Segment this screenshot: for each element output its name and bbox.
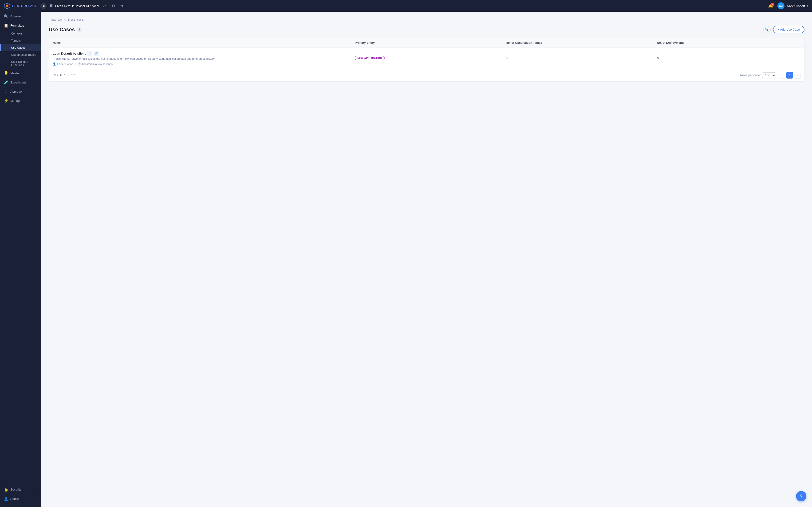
ideate-chevron-icon: › — [37, 72, 38, 75]
security-label: Security — [10, 488, 21, 491]
page-title-row: Use Cases ? — [49, 26, 82, 33]
row-name: Loan Default by client ⧉ 🔗 — [53, 51, 99, 56]
created-time: Created in a few seconds — [82, 63, 113, 65]
featurebyte-logo-icon — [4, 3, 10, 9]
meta-created: 🕐 Created in a few seconds — [78, 62, 113, 66]
sidebar-item-observation-tables[interactable]: Observation Tables — [0, 51, 41, 58]
prev-page-button[interactable]: ‹ — [779, 72, 786, 78]
author-name: Xavier Conort — [57, 63, 73, 65]
col-header-name: Name — [49, 38, 351, 47]
search-button[interactable]: 🔍 — [763, 26, 771, 34]
table-header-row: Name Primary Entity No. of Observation T… — [49, 38, 804, 48]
header-actions: 🔍 + Add Use Case — [763, 25, 805, 34]
sidebar-item-formulate[interactable]: 📋 Formulate ∨ — [0, 21, 41, 30]
manage-chevron-icon: › — [37, 100, 38, 102]
copy-id-button[interactable]: ⧉ — [87, 51, 92, 56]
collapse-sidebar-button[interactable]: ◀ — [41, 3, 47, 9]
sidebar-item-experiment[interactable]: 🧪 Experiment › — [0, 78, 41, 87]
security-chevron-icon: › — [37, 488, 38, 491]
ideate-icon: 💡 — [4, 71, 8, 75]
nav-dataset-title: Credit Default Dataset UI tutorial — [55, 4, 99, 8]
experiment-icon: 🧪 — [4, 80, 8, 84]
page-help-icon[interactable]: ? — [77, 27, 82, 32]
results-label: Results: 1 - 1 of 1 — [53, 74, 76, 77]
deployments-count: 0 — [657, 56, 659, 60]
user-avatar: XC — [777, 2, 785, 9]
meta-separator: | — [75, 63, 76, 65]
observation-tables-count: 0 — [506, 56, 508, 60]
header-right: 🔔 8 XC Xavier Conort ▾ — [767, 2, 808, 10]
share-button[interactable]: ⤢ — [101, 2, 108, 9]
row-meta: 👤 Xavier Conort | 🕐 Created in a few sec… — [53, 62, 113, 66]
formulate-icon: 📋 — [4, 23, 8, 28]
header-left: FEATUREBYTE ◀ 🖥 Credit Default Dataset U… — [4, 2, 126, 9]
experiment-chevron-icon: › — [37, 81, 38, 84]
ideate-label: Ideate — [10, 71, 19, 75]
sidebar-bottom: 🔒 Security › 👤 Admin › — [0, 485, 41, 503]
page-title: Use Cases — [49, 26, 75, 33]
logo-area[interactable]: FEATUREBYTE — [4, 3, 38, 9]
add-use-case-button[interactable]: + Add Use Case — [773, 25, 805, 34]
page-nav: ‹ 1 › — [779, 72, 801, 78]
explore-label: Explore — [10, 14, 21, 18]
next-page-button[interactable]: › — [794, 72, 801, 78]
copy-link-button[interactable]: 🔗 — [93, 51, 99, 56]
logo-text: FEATUREBYTE — [12, 4, 38, 8]
main-layout: 🔍 Explore › 📋 Formulate ∨ Contexts Targe… — [0, 12, 812, 507]
top-header: FEATUREBYTE ◀ 🖥 Credit Default Dataset U… — [0, 0, 812, 12]
security-icon: 🔒 — [4, 487, 8, 492]
admin-chevron-icon: › — [37, 497, 38, 500]
formulate-chevron-icon: ∨ — [36, 24, 38, 27]
td-deployments: 0 — [653, 51, 804, 66]
author-icon: 👤 — [53, 62, 56, 66]
meta-author: 👤 Xavier Conort — [53, 62, 73, 66]
experiment-label: Experiment — [10, 81, 26, 84]
sidebar: 🔍 Explore › 📋 Formulate ∨ Contexts Targe… — [0, 12, 41, 507]
rows-per-page-select[interactable]: 100 25 50 — [762, 72, 776, 78]
manage-label: Manage — [10, 99, 21, 103]
user-area[interactable]: XC Xavier Conort ▾ — [777, 2, 808, 9]
sidebar-item-ideate[interactable]: 💡 Ideate › — [0, 69, 41, 78]
col-header-deployments: No. of Deployments — [653, 38, 804, 47]
breadcrumb-nav: 🖥 Credit Default Dataset UI tutorial ⤢ ⚙… — [49, 2, 126, 9]
sidebar-item-contexts[interactable]: Contexts — [0, 30, 41, 37]
sidebar-item-manage[interactable]: ⚡ Manage › — [0, 96, 41, 105]
page-1-button[interactable]: 1 — [787, 72, 793, 78]
sidebar-item-admin[interactable]: 👤 Admin › — [0, 494, 41, 503]
admin-icon: 👤 — [4, 496, 8, 501]
sidebar-item-user-defined-functions[interactable]: User Defined Functions — [0, 58, 41, 69]
content-area: Formulate > Use Cases Use Cases ? 🔍 + Ad… — [41, 12, 812, 507]
rows-per-page: Rows per page: 100 25 50 — [740, 72, 776, 78]
notification-badge: 8 — [770, 3, 774, 6]
explore-icon: 🔍 — [4, 14, 8, 18]
settings-button[interactable]: ⚙ — [110, 2, 117, 9]
manage-icon: ⚡ — [4, 99, 8, 103]
sidebar-item-targets[interactable]: Targets — [0, 37, 41, 44]
breadcrumb-current: Use Cases — [68, 18, 83, 22]
sidebar-item-approve[interactable]: ✓ Approve › — [0, 87, 41, 96]
notification-button[interactable]: 🔔 8 — [767, 2, 774, 10]
page-header: Use Cases ? 🔍 + Add Use Case — [49, 25, 805, 34]
admin-label: Admin — [10, 497, 19, 500]
nav-dropdown-button[interactable]: ▾ — [119, 2, 126, 9]
pagination-row: Results: 1 - 1 of 1 Rows per page: 100 2… — [49, 69, 804, 81]
add-use-case-label: + Add Use Case — [778, 28, 800, 31]
sidebar-item-use-cases[interactable]: Use Cases — [0, 44, 41, 51]
approve-label: Approve — [10, 90, 22, 93]
sidebar-item-explore[interactable]: 🔍 Explore › — [0, 12, 41, 21]
breadcrumb-parent[interactable]: Formulate — [49, 18, 63, 22]
help-fab-button[interactable]: ? — [796, 491, 806, 501]
rows-per-page-label: Rows per page: — [740, 74, 761, 77]
use-case-name[interactable]: Loan Default by client — [53, 52, 85, 55]
monitor-icon: 🖥 — [49, 4, 53, 8]
clock-icon: 🕐 — [78, 62, 81, 66]
col-header-observation-tables: No. of Observation Tables — [502, 38, 653, 47]
table-body: Loan Default by client ⧉ 🔗 Predict clien… — [49, 48, 804, 69]
pagination-right: Rows per page: 100 25 50 ‹ 1 › — [740, 72, 801, 78]
col-header-primary-entity: Primary Entity — [351, 38, 502, 47]
data-table: Name Primary Entity No. of Observation T… — [49, 38, 805, 81]
explore-chevron-icon: › — [37, 15, 38, 18]
sidebar-item-security[interactable]: 🔒 Security › — [0, 485, 41, 494]
primary-entity-badge: NEW APPLICATION — [355, 56, 385, 60]
row-description: Predict clients' payment difficulties th… — [53, 57, 215, 61]
